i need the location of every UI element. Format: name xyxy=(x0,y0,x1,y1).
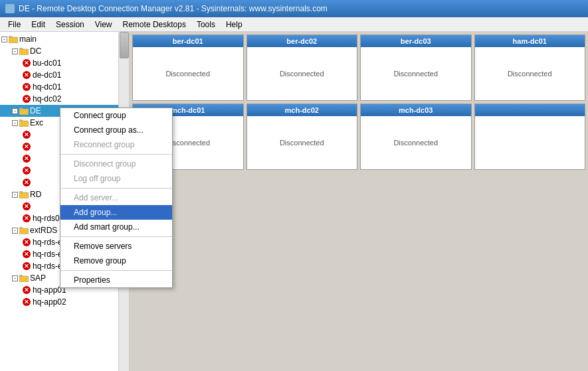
error-icon: ✕ xyxy=(23,214,31,222)
tile-status: Disconnected xyxy=(475,47,585,100)
context-menu-item-disconnect-group: Disconnect group xyxy=(60,157,172,171)
svg-rect-11 xyxy=(19,120,23,121)
menu-separator xyxy=(60,270,172,271)
tree-item-hq-dc01[interactable]: ✕hq-dc01 xyxy=(0,81,129,93)
context-menu-item-connect-group[interactable]: Connect group xyxy=(60,108,172,123)
context-menu-item-remove-group[interactable]: Remove group xyxy=(60,254,172,268)
tile-header: mch-dc03 xyxy=(361,104,471,116)
menu-separator xyxy=(60,154,172,155)
error-icon: ✕ xyxy=(23,250,31,258)
folder-icon xyxy=(19,274,29,282)
tree-item-main[interactable]: - main xyxy=(0,33,129,45)
tile-header: ham-dc01 xyxy=(475,35,585,47)
svg-rect-17 xyxy=(19,228,23,229)
desktop-grid: ber-dc01Disconnectedber-dc02Disconnected… xyxy=(132,35,585,170)
expand-icon[interactable]: - xyxy=(12,48,18,54)
folder-icon xyxy=(19,119,29,127)
error-icon: ✕ xyxy=(23,238,31,246)
error-icon: ✕ xyxy=(23,59,31,67)
svg-rect-2 xyxy=(9,37,12,38)
folder-icon xyxy=(19,190,29,198)
menu-item-file[interactable]: File xyxy=(3,19,26,31)
error-icon: ✕ xyxy=(23,286,31,294)
tile-header: ber-dc01 xyxy=(133,35,243,47)
context-menu-item-add-smart-group...[interactable]: Add smart group... xyxy=(60,220,172,234)
tree-label: hq-app02 xyxy=(33,297,66,307)
tree-label: DE xyxy=(30,106,41,115)
tile-header-empty xyxy=(475,104,585,116)
tile-status: Disconnected xyxy=(247,116,357,169)
error-icon: ✕ xyxy=(23,179,31,186)
menu-item-view[interactable]: View xyxy=(90,19,118,31)
tree-label: extRDS xyxy=(30,226,57,235)
error-icon: ✕ xyxy=(23,155,31,163)
error-icon: ✕ xyxy=(23,95,31,103)
menu-bar: FileEditSessionViewRemote DesktopsToolsH… xyxy=(0,17,588,32)
svg-rect-14 xyxy=(19,192,23,193)
context-menu: Connect groupConnect group as...Reconnec… xyxy=(60,108,173,288)
app-icon xyxy=(5,4,15,13)
context-menu-item-log-off-group: Log off group xyxy=(60,171,172,186)
expand-icon[interactable]: - xyxy=(1,37,7,42)
folder-icon xyxy=(19,107,29,115)
desktop-tile-ham-dc01[interactable]: ham-dc01Disconnected xyxy=(474,35,586,101)
error-icon: ✕ xyxy=(23,167,31,175)
error-icon: ✕ xyxy=(23,143,31,151)
menu-separator xyxy=(60,236,172,237)
tile-header: ber-dc02 xyxy=(247,35,357,47)
svg-rect-8 xyxy=(19,108,23,110)
folder-icon xyxy=(9,35,18,43)
tree-label: SAP xyxy=(30,273,46,283)
tree-label: hq-dc01 xyxy=(33,82,61,92)
context-menu-item-properties[interactable]: Properties xyxy=(60,273,172,287)
tile-header: ber-dc03 xyxy=(361,35,471,47)
menu-item-remote desktops[interactable]: Remote Desktops xyxy=(118,19,191,31)
menu-item-edit[interactable]: Edit xyxy=(26,19,50,31)
title-bar: DE - Remote Desktop Connection Manager v… xyxy=(0,0,588,17)
menu-item-help[interactable]: Help xyxy=(221,19,248,31)
error-icon: ✕ xyxy=(23,131,31,139)
tile-status: Disconnected xyxy=(133,47,243,100)
tree-item-de-dc01[interactable]: ✕de-dc01 xyxy=(0,69,129,81)
desktop-tile-ber-dc02[interactable]: ber-dc02Disconnected xyxy=(246,35,358,101)
expand-icon[interactable]: - xyxy=(12,108,18,114)
desktop-tile-mch-dc03[interactable]: mch-dc03Disconnected xyxy=(360,104,472,170)
tree-label: bu-dc01 xyxy=(33,58,61,68)
desktop-tile-ber-dc03[interactable]: ber-dc03Disconnected xyxy=(360,35,472,101)
tree-label: de-dc01 xyxy=(33,70,61,80)
context-menu-item-remove-servers[interactable]: Remove servers xyxy=(60,239,172,254)
context-menu-item-add-group...[interactable]: Add group... xyxy=(60,205,172,220)
tree-item-hq-app02[interactable]: ✕hq-app02 xyxy=(0,296,129,308)
title-text: DE - Remote Desktop Connection Manager v… xyxy=(19,4,328,13)
context-menu-item-add-server...: Add server... xyxy=(60,190,172,205)
menu-item-tools[interactable]: Tools xyxy=(191,19,221,31)
tree-label: hq-dc02 xyxy=(33,94,61,104)
tree-item-bu-dc01[interactable]: ✕bu-dc01 xyxy=(0,57,129,69)
error-icon: ✕ xyxy=(23,298,31,306)
tree-item-dc[interactable]: - DC xyxy=(0,45,129,57)
svg-rect-5 xyxy=(19,48,23,50)
tree-item-hq-dc02[interactable]: ✕hq-dc02 xyxy=(0,93,129,105)
tile-status: Disconnected xyxy=(361,47,471,100)
tile-status xyxy=(475,116,585,169)
menu-item-session[interactable]: Session xyxy=(50,19,90,31)
tree-label: RD xyxy=(30,190,41,199)
folder-icon xyxy=(19,226,29,234)
menu-separator xyxy=(60,188,172,188)
context-menu-item-reconnect-group: Reconnect group xyxy=(60,137,172,152)
context-menu-item-connect-group-as...[interactable]: Connect group as... xyxy=(60,123,172,137)
desktop-tile-ber-dc01[interactable]: ber-dc01Disconnected xyxy=(132,35,244,101)
expand-icon[interactable]: - xyxy=(12,192,18,198)
error-icon: ✕ xyxy=(23,262,31,270)
expand-icon[interactable]: - xyxy=(12,120,18,126)
scrollbar-thumb[interactable] xyxy=(120,32,129,58)
desktop-tile-empty[interactable] xyxy=(474,104,586,170)
tile-status: Disconnected xyxy=(247,47,357,100)
desktop-panel: ber-dc01Disconnectedber-dc02Disconnected… xyxy=(130,32,588,371)
expand-icon[interactable]: - xyxy=(12,228,18,234)
expand-icon[interactable]: - xyxy=(12,275,18,281)
tree-label: main xyxy=(19,35,37,44)
svg-rect-20 xyxy=(19,275,23,277)
error-icon: ✕ xyxy=(23,202,31,210)
desktop-tile-mch-dc02[interactable]: mch-dc02Disconnected xyxy=(246,104,358,170)
